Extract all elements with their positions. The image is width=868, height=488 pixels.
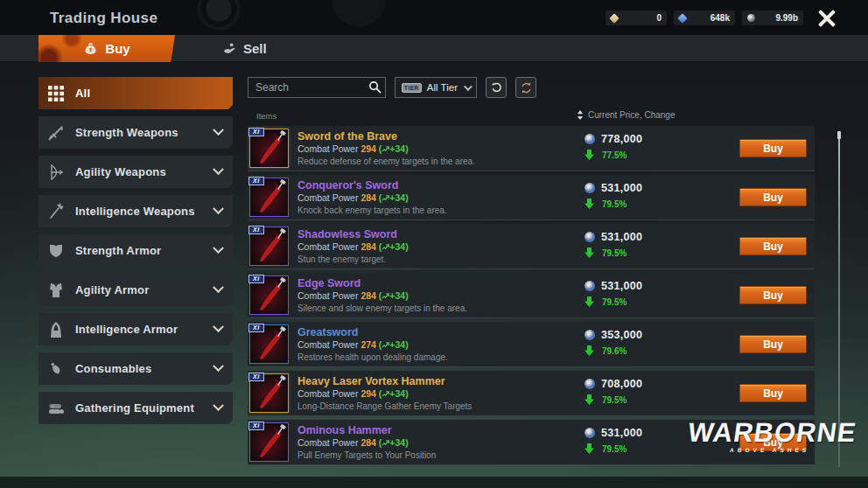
search-icon (368, 80, 382, 94)
tier-tag: XI (248, 226, 264, 234)
title-bar: Trading House 0 648k 9.99b (0, 0, 868, 35)
sidebar-item-all[interactable]: All (38, 77, 233, 109)
sell-hand-icon (222, 41, 237, 56)
currency-value: 0 (656, 13, 662, 23)
tier-tag: XI (248, 177, 264, 185)
hammer-icon (276, 179, 287, 190)
item-name: Sword of the Brave (298, 130, 397, 143)
robe-armor-icon (47, 321, 65, 338)
coin-icon (584, 428, 595, 438)
item-thumbnail: XI (249, 275, 289, 315)
refresh-button[interactable] (515, 77, 536, 98)
combat-power-line: Combat Power 284 (+34) (298, 290, 409, 301)
tier-filter-dropdown[interactable]: TIER All Tier (395, 77, 477, 98)
tier-badge: TIER (402, 83, 422, 93)
item-description: Knock back enemy targets in the area. (298, 206, 447, 215)
chevron-down-icon (213, 360, 224, 372)
item-name: Heavy Laser Vortex Hammer (298, 375, 445, 387)
tab-sell[interactable]: Sell (215, 35, 274, 62)
toolbar: TIER All Tier (248, 77, 815, 98)
combat-power-line: Combat Power 284 (+34) (298, 241, 409, 252)
price-group: 531,000 79.5% (584, 280, 642, 307)
combat-power-value: 284 (360, 241, 376, 252)
buy-button[interactable]: Buy (739, 237, 807, 255)
item-row[interactable]: XI Edge Sword Combat Power 284 (+34) Sil… (248, 273, 815, 318)
combat-power-value: 284 (360, 192, 376, 203)
combat-power-bonus: +34 (389, 290, 405, 301)
current-price: 708,000 (601, 378, 642, 390)
hammer-icon (276, 375, 287, 386)
current-price: 531,000 (601, 427, 642, 439)
item-name: Edge Sword (298, 277, 360, 289)
tier-tag: XI (248, 422, 264, 430)
sidebar-item-label: All (75, 87, 90, 100)
buy-button[interactable]: Buy (739, 335, 807, 353)
price-down-icon (584, 247, 594, 258)
chevron-down-icon (213, 282, 224, 293)
trend-up-icon (382, 439, 389, 447)
buy-button[interactable]: Buy (739, 188, 807, 206)
sidebar-item-strength-weapons[interactable]: Strength Weapons (38, 116, 233, 149)
tier-selected-value: All Tier (427, 82, 458, 93)
price-group: 708,000 79.5% (584, 378, 642, 405)
sidebar-item-agility-weapons[interactable]: Agility Weapons (38, 156, 233, 188)
item-name: Shadowless Sword (298, 228, 397, 241)
item-thumbnail: XI (249, 373, 289, 413)
item-row[interactable]: XI Sword of the Brave Combat Power 294 (… (248, 126, 815, 171)
item-description: Reduce defense of enemy targets in the a… (298, 157, 475, 166)
item-row[interactable]: XI Ominous Hammer Combat Power 284 (+34)… (248, 420, 815, 465)
chevron-down-icon (213, 124, 224, 136)
sidebar-item-gathering-equipment[interactable]: Gathering Equipment (38, 392, 233, 424)
sidebar-item-agility-armor[interactable]: Agility Armor (38, 274, 233, 306)
reload-button[interactable] (486, 77, 507, 98)
reload-icon (490, 81, 503, 94)
price-group: 531,000 79.5% (584, 182, 642, 209)
item-row[interactable]: XI Heavy Laser Vortex Hammer Combat Powe… (248, 371, 815, 416)
close-icon[interactable] (816, 7, 838, 30)
vertical-scrollbar[interactable] (838, 131, 840, 467)
item-row[interactable]: XI Greatsword Combat Power 274 (+34) Res… (248, 322, 815, 367)
scrollbar-thumb[interactable] (837, 131, 841, 139)
trading-house-window: Trading House 0 648k 9.99b Buy Sell (0, 0, 868, 488)
price-change-percent: 79.5% (602, 248, 626, 258)
items-column-label: Items (256, 111, 276, 121)
search-box (248, 77, 386, 98)
sidebar-item-label: Strength Weapons (75, 126, 178, 139)
current-price: 531,000 (601, 280, 642, 292)
wand-icon (47, 203, 65, 220)
combat-power-line: Combat Power 284 (+34) (298, 437, 409, 448)
item-thumbnail: XI (249, 129, 289, 168)
item-row[interactable]: XI Conqueror's Sword Combat Power 284 (+… (248, 175, 815, 220)
combat-power-value: 284 (360, 437, 376, 448)
sidebar-item-strength-armor[interactable]: Strength Armor (38, 234, 233, 267)
gold-gem-icon (609, 13, 619, 23)
item-row[interactable]: XI Shadowless Sword Combat Power 284 (+3… (248, 224, 815, 269)
search-input[interactable] (248, 77, 386, 98)
sort-icon (577, 110, 584, 120)
potion-icon (47, 360, 65, 378)
sidebar-item-intelligence-armor[interactable]: Intelligence Armor (38, 313, 233, 345)
sidebar-item-consumables[interactable]: Consumables (38, 352, 233, 385)
current-price: 353,000 (601, 329, 642, 341)
tab-sell-label: Sell (243, 41, 267, 56)
combat-power-bonus: +34 (389, 437, 405, 448)
trend-up-icon (382, 243, 389, 251)
buy-button[interactable]: Buy (739, 286, 807, 304)
hammer-icon (276, 424, 287, 435)
item-thumbnail: XI (249, 422, 289, 462)
trend-up-icon (382, 145, 389, 153)
sidebar-item-label: Gathering Equipment (75, 401, 194, 415)
tab-buy[interactable]: Buy (38, 35, 175, 62)
sidebar-item-intelligence-weapons[interactable]: Intelligence Weapons (38, 195, 233, 227)
buy-button[interactable]: Buy (739, 139, 807, 157)
price-sort-header[interactable]: Current Price, Change (577, 110, 676, 120)
combat-power-value: 294 (360, 388, 376, 399)
current-price: 778,000 (601, 133, 642, 145)
currency-value: 9.99b (775, 13, 798, 23)
buy-button[interactable]: Buy (739, 433, 807, 451)
buy-button[interactable]: Buy (739, 384, 807, 402)
price-down-icon (584, 199, 594, 209)
item-description: Stun the enemy target. (298, 254, 386, 264)
price-change-percent: 79.5% (602, 297, 626, 307)
currency-silver: 9.99b (742, 10, 803, 25)
